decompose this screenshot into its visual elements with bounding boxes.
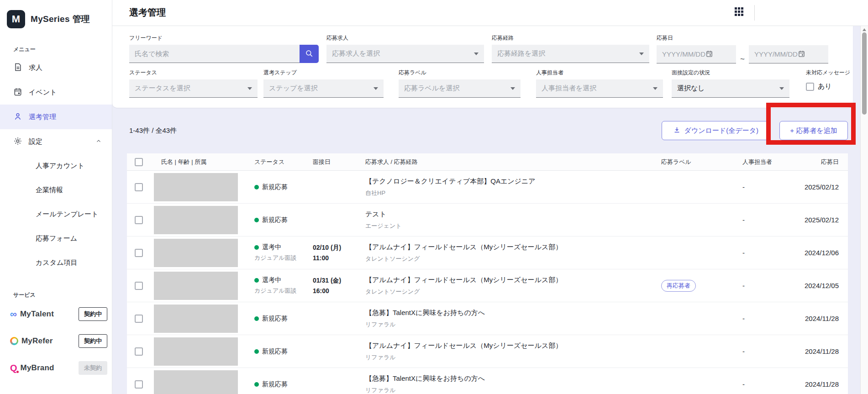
status-dot-icon (254, 218, 259, 222)
redacted-name-block (154, 206, 238, 234)
freeword-search-input[interactable] (129, 45, 300, 63)
calendar-icon[interactable] (705, 50, 713, 59)
service-name: MyTalent (20, 310, 54, 319)
sidebar-item-events[interactable]: イベント (0, 80, 112, 105)
row-checkbox[interactable] (135, 183, 143, 191)
mytalent-logo-icon: ∞ (10, 309, 17, 319)
date-to-input[interactable]: YYYY/MM/DD (749, 45, 828, 63)
chevron-down-icon (510, 87, 515, 90)
menu-section-label: メニュー (0, 46, 112, 53)
row-checkbox[interactable] (135, 347, 143, 356)
status-dot-icon (254, 185, 259, 189)
service-mybrand[interactable]: Q MyBrand 未契約 (0, 356, 112, 380)
status-select[interactable]: ステータスを選択 (129, 79, 258, 98)
scrollbar-thumb[interactable] (862, 32, 867, 115)
application-route: 自社HP (365, 189, 661, 197)
sidebar-item-custom-fields[interactable]: カスタム項目 (0, 251, 112, 275)
row-checkbox[interactable] (135, 216, 143, 224)
reapplicant-chip: 再応募者 (661, 280, 696, 292)
filter-label: 応募日 (657, 34, 828, 42)
sidebar-item-settings[interactable]: 設定 (0, 129, 112, 154)
interview-time: 11:00 (313, 254, 365, 262)
interview-setting-select[interactable]: 選択なし (672, 79, 789, 98)
column-header: 応募日 (787, 158, 848, 166)
application-route: タレントソーシング (365, 255, 661, 263)
select-all-checkbox[interactable] (135, 158, 143, 166)
status-text: 新規応募 (262, 380, 288, 389)
filter-step: 選考ステップ ステップを選択 (263, 69, 384, 98)
interview-date: 02/10 (月) (313, 244, 365, 252)
applied-date: 2025/02/12 (805, 183, 839, 191)
column-header: 応募ラベル (661, 158, 742, 166)
table-row[interactable]: 新規応募 テスト エージェント - 2025/02/12 (127, 204, 848, 236)
scroll-up-arrow-icon[interactable] (863, 28, 866, 31)
redacted-name-block (154, 337, 238, 366)
mybrand-logo-icon: Q (10, 363, 17, 373)
date-range-tilde: ~ (740, 55, 745, 64)
assignee-value: - (742, 347, 745, 355)
route-select[interactable]: 応募経路を選択 (492, 45, 649, 63)
table-row[interactable]: 選考中 カジュアル面談 02/10 (月) 11:00 【アルムナイ】フィールド… (127, 236, 848, 269)
unread-checkbox[interactable] (806, 83, 814, 91)
applied-date: 2024/11/28 (805, 347, 839, 355)
status-dot-icon (254, 316, 259, 321)
column-header: 人事担当者 (742, 158, 787, 166)
assignee-value: - (742, 216, 745, 224)
chevron-down-icon (639, 53, 644, 55)
column-header: 応募求人 / 応募経路 (365, 158, 661, 166)
redacted-name-block (154, 370, 238, 394)
assignee-value: - (742, 380, 745, 388)
status-text: 新規応募 (262, 315, 288, 323)
brand-logo[interactable]: M MySeries 管理 (0, 0, 112, 32)
table-row[interactable]: 新規応募 【急募】TalentXに興味をお持ちの方へ リファラル - 2024/… (127, 302, 848, 335)
table-row[interactable]: 新規応募 【テクノロジー＆クリエイティブ本部】QAエンジニア 自社HP - 20… (127, 171, 848, 204)
service-mytalent[interactable]: ∞ MyTalent 契約中 (0, 302, 112, 326)
application-label-select[interactable]: 応募ラベルを選択 (399, 79, 521, 98)
row-checkbox[interactable] (135, 315, 143, 323)
sidebar-item-label: イベント (29, 88, 57, 97)
gear-icon (13, 137, 22, 147)
sidebar-item-hr-accounts[interactable]: 人事アカウント (0, 154, 112, 178)
date-from-input[interactable]: YYYY/MM/DD (657, 45, 736, 63)
download-button[interactable]: ダウンロード(全データ) (662, 121, 770, 140)
filter-label: 人事担当者 (536, 69, 663, 77)
redacted-name-block (154, 239, 238, 267)
sidebar-item-company-info[interactable]: 企業情報 (0, 178, 112, 202)
table-row[interactable]: 新規応募 【アルムナイ】フィールドセールス（Myシリーズセールス部） リファラル… (127, 335, 848, 368)
sidebar-item-selection-management[interactable]: 選考管理 (0, 105, 112, 129)
job-title: 【アルムナイ】フィールドセールス（Myシリーズセールス部） (365, 276, 661, 284)
status-text: 選考中 (262, 243, 281, 252)
vertical-scrollbar[interactable] (860, 26, 868, 394)
add-applicant-button[interactable]: + 応募者を追加 (779, 121, 848, 140)
job-title: 【急募】TalentXに興味をお持ちの方へ (365, 309, 661, 317)
download-icon (673, 126, 681, 135)
row-checkbox[interactable] (135, 282, 143, 290)
applied-date: 2025/02/12 (805, 216, 839, 224)
interview-date: 01/31 (金) (313, 277, 365, 285)
calendar-icon[interactable] (798, 50, 805, 59)
filter-unread-message: 未対応メッセージ あり (806, 69, 850, 91)
sidebar-item-application-form[interactable]: 応募フォーム (0, 226, 112, 251)
job-title: テスト (365, 210, 661, 219)
job-select[interactable]: 応募求人を選択 (326, 45, 484, 63)
row-checkbox[interactable] (135, 380, 143, 389)
assignee-select[interactable]: 人事担当者を選択 (536, 79, 663, 98)
sidebar: M MySeries 管理 メニュー 求人 イベント 選考管理 設定 人事アカウ… (0, 0, 112, 394)
service-myrefer[interactable]: MyRefer 契約中 (0, 329, 112, 353)
row-checkbox[interactable] (135, 249, 143, 257)
top-bar: 選考管理 (112, 0, 868, 26)
job-title: 【テクノロジー＆クリエイティブ本部】QAエンジニア (365, 177, 661, 186)
document-icon (13, 63, 22, 73)
sidebar-item-jobs[interactable]: 求人 (0, 55, 112, 80)
search-button[interactable] (300, 45, 319, 63)
contract-status-badge: 未契約 (79, 361, 107, 375)
status-step: カジュアル面談 (254, 254, 313, 262)
table-row[interactable]: 新規応募 【急募】TalentXに興味をお持ちの方へ リファラル - 2024/… (127, 368, 848, 394)
app-launcher-icon[interactable] (735, 7, 743, 16)
filter-interview-setting: 面接設定の状況 選択なし (672, 69, 789, 98)
assignee-value: - (742, 183, 745, 191)
step-select[interactable]: ステップを選択 (263, 79, 384, 98)
sidebar-item-mail-templates[interactable]: メールテンプレート (0, 202, 112, 226)
table-row[interactable]: 選考中 カジュアル面談 01/31 (金) 16:00 【アルムナイ】フィールド… (127, 269, 848, 302)
assignee-value: - (742, 282, 745, 289)
